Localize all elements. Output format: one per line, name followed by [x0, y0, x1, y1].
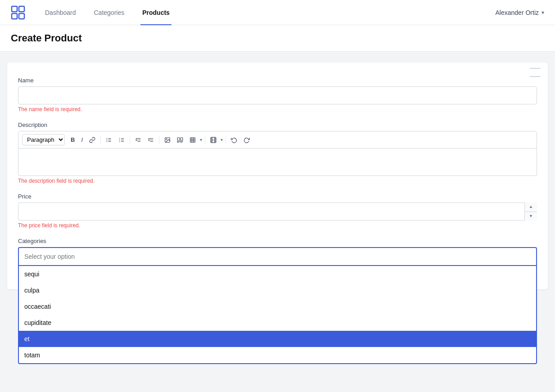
description-field-group: Description Paragraph Heading 1 Heading …: [18, 122, 537, 184]
dropdown-item-sequi[interactable]: sequi: [19, 266, 536, 282]
dropdown-item-et[interactable]: et: [19, 331, 536, 347]
price-label: Price: [18, 193, 537, 200]
logo-icon: [11, 5, 25, 20]
indent-increase-icon: [148, 137, 154, 143]
dropdown-item-culpa[interactable]: culpa: [19, 282, 536, 298]
price-wrapper: ▲ ▼: [18, 203, 537, 221]
navbar-user-chevron-icon: ▾: [541, 9, 544, 16]
link-icon: [89, 137, 95, 143]
name-label: Name: [18, 77, 537, 84]
categories-label: Categories: [18, 238, 537, 244]
toolbar-divider-5: [226, 136, 226, 144]
toolbar-divider-4: [205, 136, 205, 144]
image-button[interactable]: [162, 135, 173, 144]
categories-wrapper: sequi culpa occaecati cupiditate et tota…: [18, 247, 537, 266]
image-icon: [164, 137, 171, 143]
svg-point-23: [166, 139, 167, 140]
navbar-links: Dashboard Categories Products: [43, 0, 496, 25]
bold-button[interactable]: B: [68, 135, 77, 144]
link-button[interactable]: [87, 135, 98, 144]
logo[interactable]: [11, 5, 25, 20]
svg-rect-1: [19, 6, 24, 12]
media-button[interactable]: [208, 135, 219, 144]
dropdown-item-occaecati[interactable]: occaecati: [19, 298, 536, 315]
description-editor-body[interactable]: [18, 149, 537, 176]
price-input[interactable]: [18, 203, 537, 221]
navbar: Dashboard Categories Products Alexander …: [0, 0, 555, 25]
svg-rect-2: [12, 14, 17, 19]
quote-button[interactable]: [175, 135, 185, 144]
page-header: Create Product: [0, 25, 555, 52]
redo-button[interactable]: [241, 135, 252, 144]
form-card: Name The name field is required. Descrip…: [7, 63, 548, 289]
ordered-list-icon: 1 2 3: [118, 137, 125, 143]
price-spinner: ▲ ▼: [524, 203, 537, 221]
nav-link-dashboard[interactable]: Dashboard: [43, 0, 78, 25]
table-dropdown-chevron[interactable]: ▾: [200, 137, 202, 142]
svg-point-9: [106, 141, 107, 142]
price-field-group: Price ▲ ▼ The price field is required.: [18, 193, 537, 229]
name-field-group: Name The name field is required.: [18, 77, 537, 113]
page-title: Create Product: [11, 32, 544, 44]
indent-decrease-button[interactable]: [133, 135, 144, 144]
rich-text-editor: Paragraph Heading 1 Heading 2 Heading 3 …: [18, 131, 537, 176]
toolbar-divider-2: [130, 136, 130, 144]
undo-button[interactable]: [229, 135, 239, 144]
svg-rect-24: [190, 137, 195, 142]
description-error: The description field is required.: [18, 178, 537, 184]
media-icon: [210, 137, 217, 143]
ordered-list-button[interactable]: 1 2 3: [116, 135, 127, 144]
media-dropdown-chevron[interactable]: ▾: [221, 137, 223, 142]
dropdown-item-cupiditate[interactable]: cupiditate: [19, 315, 536, 331]
price-increment-button[interactable]: ▲: [525, 203, 537, 212]
svg-point-8: [106, 140, 107, 140]
nav-link-products[interactable]: Products: [140, 0, 171, 25]
price-error: The price field is required.: [18, 222, 537, 229]
table-icon: [190, 137, 196, 143]
name-error: The name field is required.: [18, 106, 537, 113]
bullet-list-icon: [106, 137, 112, 143]
categories-dropdown-list: sequi culpa occaecati cupiditate et tota…: [18, 266, 537, 364]
price-decrement-button[interactable]: ▼: [525, 212, 537, 221]
toolbar-divider-1: [100, 136, 101, 144]
name-input[interactable]: [18, 86, 537, 104]
italic-button[interactable]: I: [79, 135, 85, 144]
quote-icon: [177, 137, 183, 143]
bullet-list-button[interactable]: [104, 135, 114, 144]
indent-decrease-icon: [135, 137, 141, 143]
svg-text:3: 3: [119, 140, 120, 142]
dropdown-item-totam[interactable]: totam: [19, 347, 536, 363]
nav-link-categories[interactable]: Categories: [92, 0, 126, 25]
redo-icon: [244, 137, 250, 143]
indent-increase-button[interactable]: [145, 135, 156, 144]
main-content: Name The name field is required. Descrip…: [0, 52, 555, 392]
svg-rect-3: [19, 14, 24, 19]
navbar-user-name: Alexander Ortiz: [496, 9, 539, 16]
editor-toolbar: Paragraph Heading 1 Heading 2 Heading 3 …: [18, 131, 537, 149]
categories-search-input[interactable]: [18, 247, 537, 266]
table-button[interactable]: [187, 135, 198, 144]
toolbar-divider-3: [159, 136, 159, 144]
navbar-user[interactable]: Alexander Ortiz ▾: [496, 9, 544, 16]
svg-point-7: [106, 138, 107, 139]
format-select[interactable]: Paragraph Heading 1 Heading 2 Heading 3: [22, 134, 65, 145]
categories-field-group: Categories sequi culpa occaecati cupidit…: [18, 238, 537, 266]
svg-rect-0: [12, 6, 17, 12]
description-label: Description: [18, 122, 537, 128]
undo-icon: [231, 137, 237, 143]
